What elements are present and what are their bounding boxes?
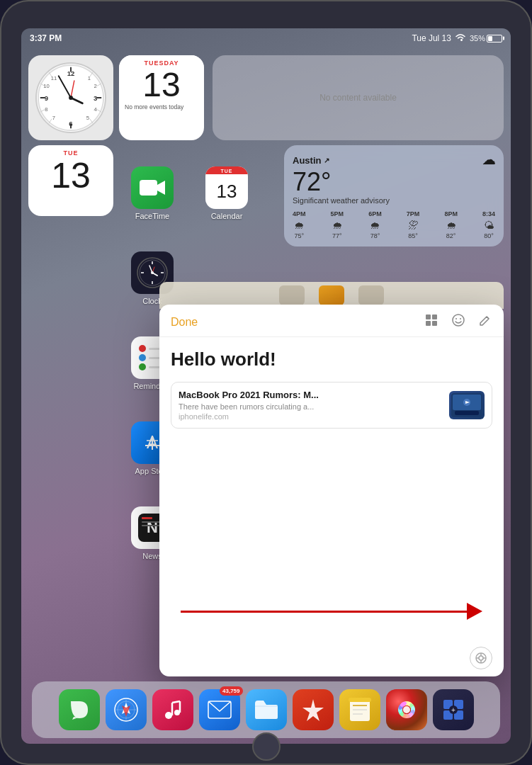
- svg-text:12: 12: [67, 69, 75, 77]
- svg-text:10: 10: [43, 83, 50, 89]
- svg-line-58: [487, 317, 489, 319]
- svg-point-55: [453, 314, 464, 326]
- svg-point-56: [455, 318, 457, 319]
- svg-text:+: +: [451, 706, 455, 714]
- status-bar: 3:37 PM Tue Jul 13 35%: [21, 28, 511, 48]
- svg-rect-86: [349, 698, 371, 702]
- status-right: Tue Jul 13 35%: [412, 33, 502, 43]
- widget-strip-item-2: [319, 285, 344, 305]
- battery-fill: [488, 36, 492, 41]
- dock-files[interactable]: [246, 689, 287, 730]
- dock-music[interactable]: [152, 689, 193, 730]
- cal-events: No more events today: [119, 102, 204, 113]
- facetime-icon: [131, 166, 174, 209]
- calendar-app[interactable]: TUE 13 Calendar: [191, 159, 262, 227]
- forecast-834: 8:34 🌤 80°: [482, 210, 495, 239]
- svg-marker-30: [157, 181, 165, 195]
- home-button[interactable]: [252, 732, 281, 761]
- svg-text:11: 11: [51, 75, 57, 81]
- weather-temp: 72°: [293, 168, 495, 196]
- note-popup-header: Done: [159, 305, 504, 337]
- note-link-desc: There have been rumors circulating a...: [179, 402, 442, 411]
- calendar-label: Calendar: [211, 212, 243, 220]
- cal-lw-date: 13: [28, 158, 113, 193]
- svg-text:9: 9: [45, 94, 48, 102]
- arrow-line: [181, 611, 467, 613]
- note-done-button[interactable]: Done: [171, 316, 198, 329]
- cal-date: 13: [119, 68, 204, 102]
- note-header-icons: [424, 313, 492, 331]
- svg-text:6: 6: [69, 120, 72, 128]
- svg-rect-29: [140, 180, 157, 196]
- note-popup: Done: [159, 305, 504, 676]
- svg-text:1: 1: [88, 75, 91, 81]
- svg-rect-54: [432, 321, 437, 326]
- wifi-icon: [455, 33, 466, 43]
- svg-marker-81: [302, 699, 324, 721]
- no-content-widget: No content available: [213, 55, 504, 140]
- note-title: Hello world!: [171, 348, 492, 370]
- battery-icon: [487, 35, 502, 42]
- svg-point-99: [403, 706, 410, 713]
- forecast-4pm: 4PM 🌧 75°: [293, 210, 306, 239]
- note-link-text: MacBook Pro 2021 Rumors: M... There have…: [179, 390, 442, 421]
- status-time: 3:37 PM: [30, 33, 62, 43]
- calendar-app-icon: TUE 13: [205, 166, 248, 209]
- dock-photos[interactable]: [386, 689, 427, 730]
- svg-text:3: 3: [94, 94, 97, 102]
- svg-point-16: [69, 96, 73, 100]
- dock-spark[interactable]: [293, 689, 334, 730]
- note-link-thumbnail: [449, 391, 485, 419]
- arrow-head: [467, 603, 482, 620]
- svg-text:7: 7: [52, 115, 55, 121]
- note-content: Hello world! MacBook Pro 2021 Rumors: M.…: [159, 337, 504, 640]
- mail-badge: 43,759: [220, 686, 242, 696]
- status-date: Tue Jul 13: [412, 33, 451, 43]
- svg-text:8: 8: [45, 106, 47, 113]
- svg-point-57: [460, 318, 461, 319]
- no-content-text: No content available: [319, 93, 397, 103]
- battery-indicator: 35%: [470, 34, 502, 42]
- svg-text:N: N: [147, 518, 158, 536]
- weather-desc: Significant weather advisory: [293, 196, 495, 205]
- svg-text:2: 2: [94, 83, 96, 89]
- forecast-7pm: 7PM ⛈ 85°: [407, 210, 420, 239]
- widget-strip-item-1: [279, 285, 305, 305]
- weather-city: Austin ↗ ☁: [293, 152, 495, 168]
- forecast-6pm: 6PM 🌧 78°: [368, 210, 382, 239]
- clock-widget[interactable]: 12 3 6 9 1 2 4 5 7 8 10 11: [28, 55, 113, 140]
- svg-rect-51: [426, 314, 431, 319]
- svg-rect-53: [426, 321, 431, 326]
- svg-line-79: [172, 701, 180, 703]
- note-astros-icon[interactable]: [470, 647, 492, 669]
- dock-notes[interactable]: [339, 689, 380, 730]
- battery-percent: 35%: [470, 34, 485, 42]
- facetime-app[interactable]: FaceTime: [117, 159, 188, 227]
- ipad-frame: 3:37 PM Tue Jul 13 35%: [0, 0, 532, 765]
- forecast-8pm: 8PM 🌧 82°: [444, 210, 458, 239]
- facetime-label: FaceTime: [135, 212, 170, 220]
- svg-point-75: [165, 712, 172, 719]
- dock-mail[interactable]: 43,759: [199, 689, 240, 730]
- svg-point-64: [479, 656, 483, 660]
- calendar-widget-small[interactable]: TUESDAY 13 No more events today: [119, 55, 204, 140]
- note-footer: [159, 640, 504, 676]
- calendar-large-widget[interactable]: TUE 13: [28, 145, 113, 216]
- forecast-5pm: 5PM 🌧 77°: [331, 210, 344, 239]
- note-emoji-icon[interactable]: [451, 313, 465, 331]
- dock-appclip[interactable]: +: [433, 689, 474, 730]
- widget-strip-item-3: [358, 285, 384, 305]
- ipad-screen: 3:37 PM Tue Jul 13 35%: [21, 28, 511, 744]
- svg-rect-50: [142, 525, 159, 526]
- note-link-preview[interactable]: MacBook Pro 2021 Rumors: M... There have…: [171, 382, 492, 429]
- weather-forecast: 4PM 🌧 75° 5PM 🌧 77° 6PM 🌧 78° 7PM ⛈: [293, 210, 495, 239]
- dock-messages[interactable]: [59, 689, 100, 730]
- weather-widget[interactable]: Austin ↗ ☁ 72° Significant weather advis…: [284, 145, 504, 246]
- clock-face: 12 3 6 9 1 2 4 5 7 8 10 11: [35, 62, 106, 133]
- svg-rect-61: [455, 411, 479, 415]
- note-compose-button[interactable]: [478, 313, 492, 331]
- svg-text:4: 4: [94, 106, 97, 113]
- dock-safari[interactable]: [106, 689, 147, 730]
- svg-rect-52: [432, 314, 437, 319]
- note-grid-icon[interactable]: [424, 313, 438, 331]
